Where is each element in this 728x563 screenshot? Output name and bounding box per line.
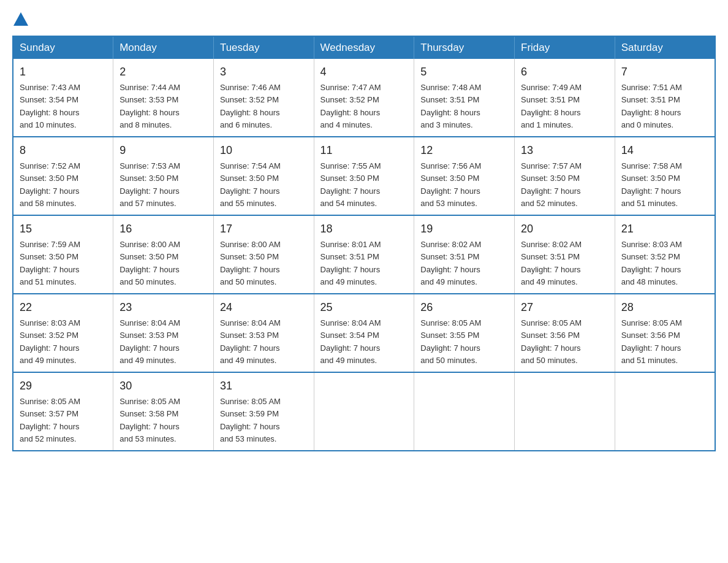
day-info: Sunrise: 7:56 AMSunset: 3:50 PMDaylight:… <box>420 161 481 208</box>
empty-cell-w5-d6 <box>515 372 615 451</box>
day-number: 6 <box>521 64 609 80</box>
day-info: Sunrise: 7:47 AMSunset: 3:52 PMDaylight:… <box>320 83 381 129</box>
day-info: Sunrise: 7:57 AMSunset: 3:50 PMDaylight:… <box>521 161 582 208</box>
calendar-day-26: 26 Sunrise: 8:05 AMSunset: 3:55 PMDaylig… <box>414 294 515 372</box>
calendar-day-10: 10 Sunrise: 7:54 AMSunset: 3:50 PMDaylig… <box>213 137 314 215</box>
calendar-day-20: 20 Sunrise: 8:02 AMSunset: 3:51 PMDaylig… <box>515 215 615 294</box>
day-info: Sunrise: 8:05 AMSunset: 3:59 PMDaylight:… <box>220 397 281 443</box>
weekday-header-thursday: Thursday <box>414 36 515 59</box>
day-number: 2 <box>119 64 207 80</box>
calendar-day-30: 30 Sunrise: 8:05 AMSunset: 3:58 PMDaylig… <box>113 372 214 451</box>
day-number: 3 <box>220 64 308 80</box>
weekday-header-monday: Monday <box>113 36 214 59</box>
day-info: Sunrise: 7:44 AMSunset: 3:53 PMDaylight:… <box>119 83 180 129</box>
day-info: Sunrise: 7:49 AMSunset: 3:51 PMDaylight:… <box>521 83 582 129</box>
day-number: 17 <box>220 221 308 237</box>
calendar-day-13: 13 Sunrise: 7:57 AMSunset: 3:50 PMDaylig… <box>515 137 615 215</box>
day-info: Sunrise: 8:04 AMSunset: 3:53 PMDaylight:… <box>220 318 281 365</box>
day-number: 4 <box>320 64 408 80</box>
day-info: Sunrise: 8:00 AMSunset: 3:50 PMDaylight:… <box>119 240 180 286</box>
day-number: 10 <box>220 142 308 159</box>
empty-cell-w5-d7 <box>615 372 715 451</box>
day-info: Sunrise: 7:58 AMSunset: 3:50 PMDaylight:… <box>621 161 682 208</box>
day-info: Sunrise: 7:51 AMSunset: 3:51 PMDaylight:… <box>621 83 682 129</box>
day-info: Sunrise: 8:02 AMSunset: 3:51 PMDaylight:… <box>521 240 582 286</box>
day-number: 21 <box>621 221 708 237</box>
day-number: 29 <box>20 378 107 394</box>
calendar-day-25: 25 Sunrise: 8:04 AMSunset: 3:54 PMDaylig… <box>314 294 414 372</box>
day-number: 24 <box>220 299 308 316</box>
day-info: Sunrise: 7:43 AMSunset: 3:54 PMDaylight:… <box>20 83 80 129</box>
calendar-day-24: 24 Sunrise: 8:04 AMSunset: 3:53 PMDaylig… <box>213 294 314 372</box>
day-info: Sunrise: 7:52 AMSunset: 3:50 PMDaylight:… <box>20 161 80 208</box>
weekday-header-saturday: Saturday <box>615 36 715 59</box>
day-info: Sunrise: 8:02 AMSunset: 3:51 PMDaylight:… <box>420 240 481 286</box>
calendar-day-5: 5 Sunrise: 7:48 AMSunset: 3:51 PMDayligh… <box>414 59 515 137</box>
day-info: Sunrise: 7:55 AMSunset: 3:50 PMDaylight:… <box>320 161 381 208</box>
calendar-week-4: 22 Sunrise: 8:03 AMSunset: 3:52 PMDaylig… <box>13 294 715 372</box>
day-number: 11 <box>320 142 408 159</box>
calendar-week-5: 29 Sunrise: 8:05 AMSunset: 3:57 PMDaylig… <box>13 372 715 451</box>
day-number: 26 <box>420 299 508 316</box>
calendar-day-27: 27 Sunrise: 8:05 AMSunset: 3:56 PMDaylig… <box>515 294 615 372</box>
calendar-day-19: 19 Sunrise: 8:02 AMSunset: 3:51 PMDaylig… <box>414 215 515 294</box>
calendar-table: SundayMondayTuesdayWednesdayThursdayFrid… <box>12 36 716 451</box>
day-info: Sunrise: 8:05 AMSunset: 3:56 PMDaylight:… <box>521 318 582 365</box>
day-number: 23 <box>119 299 207 316</box>
day-info: Sunrise: 8:05 AMSunset: 3:55 PMDaylight:… <box>420 318 481 365</box>
weekday-header-row: SundayMondayTuesdayWednesdayThursdayFrid… <box>13 36 715 59</box>
calendar-day-9: 9 Sunrise: 7:53 AMSunset: 3:50 PMDayligh… <box>113 137 214 215</box>
empty-cell-w5-d4 <box>314 372 414 451</box>
calendar-day-22: 22 Sunrise: 8:03 AMSunset: 3:52 PMDaylig… <box>13 294 113 372</box>
day-info: Sunrise: 8:05 AMSunset: 3:58 PMDaylight:… <box>119 397 180 443</box>
calendar-day-21: 21 Sunrise: 8:03 AMSunset: 3:52 PMDaylig… <box>615 215 715 294</box>
day-number: 1 <box>20 64 107 80</box>
calendar-day-4: 4 Sunrise: 7:47 AMSunset: 3:52 PMDayligh… <box>314 59 414 137</box>
day-info: Sunrise: 8:00 AMSunset: 3:50 PMDaylight:… <box>220 240 281 286</box>
calendar-day-15: 15 Sunrise: 7:59 AMSunset: 3:50 PMDaylig… <box>13 215 113 294</box>
day-info: Sunrise: 7:54 AMSunset: 3:50 PMDaylight:… <box>220 161 281 208</box>
day-info: Sunrise: 7:53 AMSunset: 3:50 PMDaylight:… <box>119 161 180 208</box>
calendar-day-28: 28 Sunrise: 8:05 AMSunset: 3:56 PMDaylig… <box>615 294 715 372</box>
empty-cell-w5-d5 <box>414 372 515 451</box>
day-number: 15 <box>20 221 107 237</box>
weekday-header-friday: Friday <box>515 36 615 59</box>
calendar-day-29: 29 Sunrise: 8:05 AMSunset: 3:57 PMDaylig… <box>13 372 113 451</box>
page-header <box>12 12 716 26</box>
calendar-day-11: 11 Sunrise: 7:55 AMSunset: 3:50 PMDaylig… <box>314 137 414 215</box>
calendar-week-3: 15 Sunrise: 7:59 AMSunset: 3:50 PMDaylig… <box>13 215 715 294</box>
calendar-day-8: 8 Sunrise: 7:52 AMSunset: 3:50 PMDayligh… <box>13 137 113 215</box>
logo-triangle-icon <box>13 12 28 26</box>
day-number: 5 <box>420 64 508 80</box>
day-info: Sunrise: 8:04 AMSunset: 3:54 PMDaylight:… <box>320 318 381 365</box>
logo <box>12 12 28 26</box>
day-number: 7 <box>621 64 708 80</box>
calendar-day-1: 1 Sunrise: 7:43 AMSunset: 3:54 PMDayligh… <box>13 59 113 137</box>
day-info: Sunrise: 7:48 AMSunset: 3:51 PMDaylight:… <box>420 83 481 129</box>
calendar-day-6: 6 Sunrise: 7:49 AMSunset: 3:51 PMDayligh… <box>515 59 615 137</box>
day-number: 18 <box>320 221 408 237</box>
weekday-header-sunday: Sunday <box>13 36 113 59</box>
day-number: 13 <box>521 142 609 159</box>
day-number: 19 <box>420 221 508 237</box>
day-number: 12 <box>420 142 508 159</box>
day-info: Sunrise: 8:03 AMSunset: 3:52 PMDaylight:… <box>621 240 682 286</box>
calendar-week-1: 1 Sunrise: 7:43 AMSunset: 3:54 PMDayligh… <box>13 59 715 137</box>
calendar-day-2: 2 Sunrise: 7:44 AMSunset: 3:53 PMDayligh… <box>113 59 214 137</box>
day-number: 20 <box>521 221 609 237</box>
weekday-header-tuesday: Tuesday <box>213 36 314 59</box>
calendar-day-17: 17 Sunrise: 8:00 AMSunset: 3:50 PMDaylig… <box>213 215 314 294</box>
day-number: 27 <box>521 299 609 316</box>
day-number: 9 <box>119 142 207 159</box>
calendar-week-2: 8 Sunrise: 7:52 AMSunset: 3:50 PMDayligh… <box>13 137 715 215</box>
day-number: 8 <box>20 142 107 159</box>
day-info: Sunrise: 8:05 AMSunset: 3:57 PMDaylight:… <box>20 397 80 443</box>
calendar-day-23: 23 Sunrise: 8:04 AMSunset: 3:53 PMDaylig… <box>113 294 214 372</box>
day-info: Sunrise: 8:03 AMSunset: 3:52 PMDaylight:… <box>20 318 80 365</box>
day-number: 16 <box>119 221 207 237</box>
calendar-day-31: 31 Sunrise: 8:05 AMSunset: 3:59 PMDaylig… <box>213 372 314 451</box>
day-number: 22 <box>20 299 107 316</box>
weekday-header-wednesday: Wednesday <box>314 36 414 59</box>
day-info: Sunrise: 7:46 AMSunset: 3:52 PMDaylight:… <box>220 83 281 129</box>
day-info: Sunrise: 8:04 AMSunset: 3:53 PMDaylight:… <box>119 318 180 365</box>
